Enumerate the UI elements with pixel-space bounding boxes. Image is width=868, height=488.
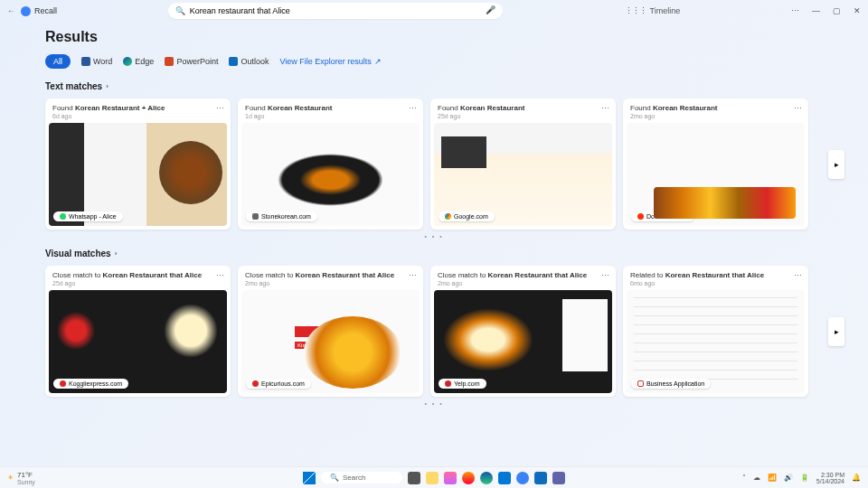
filter-powerpoint[interactable]: PowerPoint <box>165 57 218 66</box>
mic-icon[interactable]: 🎤 <box>486 5 495 14</box>
filter-word[interactable]: Word <box>81 57 112 66</box>
back-button[interactable]: ← <box>7 6 15 15</box>
close-button[interactable]: ✕ <box>854 6 861 15</box>
source-badge: Epicurious.com <box>246 379 311 389</box>
tray-chevron-icon[interactable]: ˄ <box>742 474 746 482</box>
sun-icon: ☀ <box>7 474 14 482</box>
battery-icon[interactable]: 🔋 <box>800 474 809 482</box>
card-thumbnail: Google.com <box>434 123 612 226</box>
yelp-icon <box>445 380 451 387</box>
card-timestamp: 6mo ago <box>630 280 801 286</box>
card-timestamp: 1d ago <box>245 113 416 119</box>
site-icon <box>60 380 66 387</box>
timeline-button[interactable]: ⋮⋮⋮ Timeline <box>625 6 681 15</box>
whatsapp-icon <box>60 213 66 220</box>
text-card[interactable]: Found Korean Restaurant 2mo ago ⋯ Doorda… <box>623 99 808 230</box>
window-controls: ⋯ — ▢ ✕ <box>791 6 861 15</box>
text-matches-row: Found Korean Restaurant + Alice 6d ago ⋯… <box>45 99 823 230</box>
external-link-icon: ↗ <box>374 57 382 66</box>
explorer-icon[interactable] <box>426 472 439 484</box>
app-icon[interactable] <box>444 472 457 484</box>
card-menu-button[interactable]: ⋯ <box>601 104 610 113</box>
document-icon <box>637 380 644 387</box>
text-card[interactable]: Found Korean Restaurant 25d ago ⋯ Google… <box>430 99 616 230</box>
filter-bar: All Word Edge PowerPoint Outlook View Fi… <box>45 54 823 69</box>
teams-icon[interactable] <box>552 472 565 484</box>
view-file-explorer-link[interactable]: View File Explorer results↗ <box>279 57 381 66</box>
thumb-caption: Kimchi Fried Rice <box>295 342 343 349</box>
card-menu-button[interactable]: ⋯ <box>216 104 225 113</box>
card-thumbnail: Whatsapp - Alice <box>49 123 227 226</box>
text-matches-header[interactable]: Text matches › <box>45 81 823 91</box>
firefox-icon[interactable] <box>462 472 475 484</box>
card-thumbnail: Koggiiexpress.com <box>49 290 227 393</box>
source-badge: Koggiiexpress.com <box>53 379 128 389</box>
word-icon <box>81 57 90 66</box>
site-icon <box>252 213 259 220</box>
system-tray: ˄ ☁ 📶 🔊 🔋 2:30 PM 5/14/2024 🔔 <box>742 472 861 484</box>
card-timestamp: 25d ago <box>438 113 609 119</box>
visual-card[interactable]: Close match to Korean Restaurant that Al… <box>430 266 616 397</box>
timeline-icon: ⋮⋮⋮ <box>625 6 646 15</box>
weather-temp: 71°F <box>17 471 35 479</box>
google-icon <box>445 213 451 220</box>
start-button[interactable] <box>303 472 316 484</box>
visual-matches-row: Close match to Korean Restaurant that Al… <box>45 266 823 397</box>
edge-icon <box>123 57 132 66</box>
pager-dots: • • • <box>45 233 823 239</box>
volume-icon[interactable]: 🔊 <box>784 474 793 482</box>
more-button[interactable]: ⋯ <box>791 6 799 15</box>
text-card[interactable]: Found Korean Restaurant 1d ago ⋯ Stoneko… <box>238 99 423 230</box>
text-card[interactable]: Found Korean Restaurant + Alice 6d ago ⋯… <box>45 99 231 230</box>
minimize-button[interactable]: — <box>812 6 820 15</box>
notifications-icon[interactable]: 🔔 <box>852 474 861 482</box>
recall-icon[interactable] <box>516 472 529 484</box>
store-icon[interactable] <box>498 472 511 484</box>
search-input[interactable] <box>168 3 503 19</box>
card-timestamp: 2mo ago <box>630 113 801 119</box>
chevron-right-icon: › <box>115 249 118 258</box>
card-menu-button[interactable]: ⋯ <box>216 271 225 280</box>
card-timestamp: 2mo ago <box>245 280 416 286</box>
taskbar-search[interactable]: 🔍Search <box>321 472 402 483</box>
clock[interactable]: 2:30 PM 5/14/2024 <box>816 472 844 484</box>
visual-matches-header[interactable]: Visual matches › <box>45 249 823 258</box>
filter-all[interactable]: All <box>45 54 71 69</box>
search-wrap: 🔍 🎤 <box>168 3 503 19</box>
titlebar: ← Recall 🔍 🎤 ⋮⋮⋮ Timeline ⋯ — ▢ ✕ <box>0 0 868 22</box>
card-menu-button[interactable]: ⋯ <box>409 104 418 113</box>
maximize-button[interactable]: ▢ <box>833 6 841 15</box>
card-menu-button[interactable]: ⋯ <box>601 271 610 280</box>
card-thumbnail: Business Application <box>627 290 805 393</box>
card-thumbnail: Stonekorean.com <box>241 123 420 226</box>
onedrive-icon[interactable]: ☁ <box>753 474 760 482</box>
weather-condition: Sunny <box>17 479 35 485</box>
scroll-right-button[interactable]: ▸ <box>828 150 844 179</box>
timeline-label: Timeline <box>650 6 681 15</box>
edge-icon[interactable] <box>480 472 493 484</box>
source-badge: Business Application <box>631 379 711 389</box>
filter-outlook[interactable]: Outlook <box>229 57 269 66</box>
visual-card[interactable]: Close match to Korean Restaurant that Al… <box>238 266 423 397</box>
scroll-right-button[interactable]: ▸ <box>828 317 844 346</box>
card-menu-button[interactable]: ⋯ <box>409 271 418 280</box>
source-badge: Yelp.com <box>439 379 486 389</box>
filter-edge[interactable]: Edge <box>123 57 154 66</box>
pager-dots: • • • <box>45 400 823 407</box>
card-menu-button[interactable]: ⋯ <box>794 104 803 113</box>
visual-card[interactable]: Close match to Korean Restaurant that Al… <box>45 266 231 397</box>
page-title: Results <box>45 29 823 45</box>
content: Results All Word Edge PowerPoint Outlook… <box>0 22 868 407</box>
wifi-icon[interactable]: 📶 <box>768 474 777 482</box>
visual-card[interactable]: Related to Korean Restaurant that Alice … <box>623 266 808 397</box>
card-thumbnail: Yelp.com <box>434 290 612 393</box>
taskbar: ☀ 71°F Sunny 🔍Search ˄ ☁ 📶 🔊 🔋 2:30 PM 5… <box>0 466 868 488</box>
outlook-icon[interactable] <box>534 472 547 484</box>
app-icon <box>21 6 31 16</box>
weather-widget[interactable]: ☀ 71°F Sunny <box>7 471 35 485</box>
site-icon <box>252 380 259 387</box>
card-menu-button[interactable]: ⋯ <box>794 271 803 280</box>
taskview-icon[interactable] <box>408 472 420 484</box>
search-icon: 🔍 <box>175 6 185 15</box>
source-badge: Stonekorean.com <box>246 211 317 221</box>
